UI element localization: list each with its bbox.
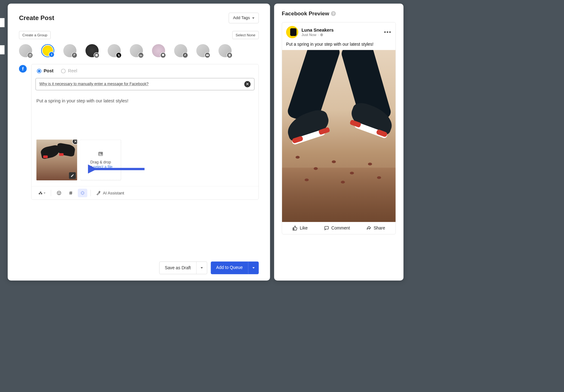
document-icon	[227, 52, 233, 58]
create-post-modal: Create Post Add Tags Create a Group Sele…	[8, 4, 270, 281]
media-attachments: ✕ Drag & drop or select a file	[31, 140, 258, 186]
share-icon	[367, 225, 372, 230]
help-icon[interactable]: ?	[331, 11, 336, 16]
remove-image-icon[interactable]: ✕	[72, 140, 77, 145]
emoji-button[interactable]	[54, 189, 64, 197]
post-type-tabs: Post Reel	[31, 64, 258, 77]
close-icon[interactable]: ✕	[244, 81, 250, 87]
account-gmb[interactable]	[85, 44, 99, 57]
preview-meta: Just Now ·	[301, 33, 334, 37]
accounts-selector: f P 𝕏 in	[19, 44, 259, 57]
account-pinterest[interactable]: P	[63, 44, 76, 57]
select-file-link[interactable]: select a file	[93, 165, 112, 169]
instagram-icon	[27, 52, 33, 58]
separator	[51, 190, 51, 196]
preview-panel: Facebook Preview ? Luna Sneakers Just No…	[274, 4, 403, 281]
account-linkedin[interactable]: in	[130, 44, 143, 57]
svg-rect-10	[41, 193, 42, 194]
ai-assistant-button[interactable]: AI Assistant	[94, 189, 126, 197]
account-x[interactable]: 𝕏	[108, 44, 121, 57]
svg-point-6	[100, 153, 100, 154]
account-youtube[interactable]	[196, 44, 209, 57]
select-none-button[interactable]: Select None	[232, 31, 259, 39]
modal-header: Create Post Add Tags	[19, 13, 259, 23]
magic-button[interactable]	[78, 189, 87, 197]
facebook-channel-icon: f	[19, 65, 27, 73]
create-group-button[interactable]: Create a Group	[19, 31, 51, 39]
storefront-icon	[94, 52, 100, 58]
pinterest-icon: P	[71, 52, 77, 58]
composer-row: f Post Reel Why is it necessary to manua…	[19, 64, 259, 200]
account-blog[interactable]	[218, 44, 232, 57]
share-button[interactable]: Share	[367, 225, 385, 230]
edit-image-icon[interactable]	[69, 172, 76, 179]
preview-message: Put a spring in your step with our lates…	[282, 42, 396, 50]
post-type-reel-label: Reel	[68, 68, 77, 74]
wand-icon	[96, 191, 100, 195]
post-type-post[interactable]: Post	[37, 68, 54, 74]
chevron-down-icon	[201, 267, 203, 268]
svg-rect-15	[325, 226, 328, 229]
info-banner: Why is it necessary to manually enter a …	[35, 78, 254, 90]
svg-point-2	[31, 54, 31, 55]
add-tags-button[interactable]: Add Tags	[229, 13, 259, 23]
account-facebook[interactable]: f	[41, 44, 54, 57]
composer-card: Post Reel Why is it necessary to manuall…	[31, 64, 259, 200]
modal-footer: Save as Draft Add to Queue	[159, 261, 259, 274]
add-to-queue-label: Add to Queue	[211, 261, 248, 274]
add-tags-label: Add Tags	[233, 16, 250, 20]
youtube-icon	[204, 52, 210, 58]
svg-point-11	[57, 191, 61, 195]
preview-actions: Like Comment Share	[282, 222, 396, 234]
svg-point-13	[59, 192, 60, 193]
dropzone-text-1: Drag & drop	[90, 160, 111, 164]
svg-point-12	[58, 192, 59, 193]
preview-header: Luna Sneakers Just Now · •••	[282, 23, 396, 42]
linkedin-icon: in	[138, 52, 144, 58]
info-banner-link[interactable]: Why is it necessary to manually enter a …	[39, 82, 149, 86]
attached-image-thumb[interactable]: ✕	[36, 140, 77, 180]
chevron-down-icon	[252, 267, 254, 268]
account-tiktok[interactable]	[174, 44, 187, 57]
add-to-queue-button[interactable]: Add to Queue	[211, 261, 259, 274]
message-textarea[interactable]: Put a spring in your step with our lates…	[31, 94, 258, 140]
account-instagram[interactable]	[19, 44, 32, 57]
like-button[interactable]: Like	[293, 225, 308, 230]
svg-rect-8	[39, 193, 40, 194]
comment-button[interactable]: Comment	[324, 225, 350, 230]
dropzone-text-2: or select a file	[89, 165, 113, 169]
preview-title: Facebook Preview ?	[282, 10, 396, 17]
globe-icon	[320, 33, 323, 36]
tiktok-icon	[182, 52, 188, 58]
save-draft-button[interactable]: Save as Draft	[159, 261, 207, 274]
svg-rect-9	[40, 192, 41, 193]
ai-assistant-label: AI Assistant	[103, 191, 124, 195]
group-controls-row: Create a Group Select None	[19, 31, 259, 39]
facebook-preview-card: Luna Sneakers Just Now · ••• Put a sprin…	[282, 22, 396, 235]
composer-toolbar: AI Assistant	[31, 186, 258, 200]
mastodon-icon	[160, 52, 166, 58]
add-to-queue-dropdown[interactable]	[248, 261, 259, 274]
like-icon	[293, 225, 298, 230]
save-draft-label: Save as Draft	[159, 262, 196, 274]
separator	[90, 190, 91, 196]
comment-icon	[324, 225, 329, 230]
svg-point-1	[29, 55, 30, 56]
page-title: Create Post	[19, 14, 54, 22]
media-library-button[interactable]	[36, 189, 48, 197]
facebook-icon: f	[49, 52, 54, 58]
hashtag-button[interactable]	[66, 189, 75, 197]
image-icon	[97, 151, 104, 158]
post-type-reel[interactable]: Reel	[61, 68, 77, 74]
post-type-post-label: Post	[44, 68, 53, 74]
save-draft-dropdown[interactable]	[197, 262, 207, 274]
account-mastodon[interactable]	[152, 44, 165, 57]
chevron-down-icon	[252, 17, 254, 18]
more-icon[interactable]: •••	[384, 28, 392, 35]
x-icon: 𝕏	[116, 52, 122, 58]
avatar	[286, 26, 298, 38]
media-dropzone[interactable]: Drag & drop or select a file	[80, 140, 121, 180]
preview-image	[282, 50, 396, 222]
preview-account-name: Luna Sneakers	[301, 28, 334, 33]
